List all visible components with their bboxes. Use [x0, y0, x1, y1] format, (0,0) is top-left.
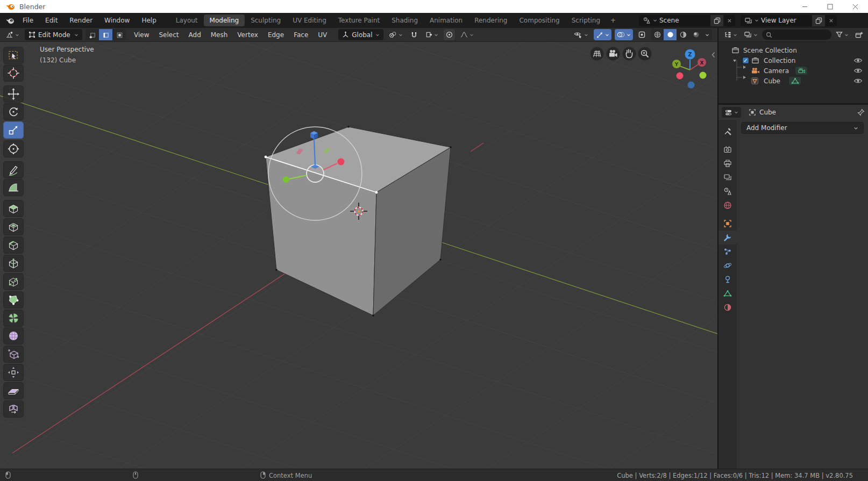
- workspace-tab-compositing[interactable]: Compositing: [513, 15, 565, 26]
- menu-add[interactable]: Add: [184, 30, 206, 40]
- hide-eye-icon[interactable]: [853, 57, 863, 64]
- blender-logo-mono-icon[interactable]: [5, 17, 15, 25]
- mesh-data-icon[interactable]: [788, 76, 801, 85]
- menu-mesh[interactable]: Mesh: [206, 30, 233, 40]
- tool-select-box[interactable]: [3, 47, 24, 64]
- tool-rotate[interactable]: [3, 103, 24, 120]
- properties-editor-type-button[interactable]: [722, 107, 741, 118]
- pan-hand-button[interactable]: [623, 47, 636, 61]
- tool-rip-region[interactable]: [3, 400, 24, 418]
- mode-dropdown[interactable]: Edit Mode: [25, 29, 82, 40]
- properties-tab-render[interactable]: [718, 142, 737, 156]
- navigation-gizmo[interactable]: Z Y X: [672, 49, 707, 89]
- workspace-tab-animation[interactable]: Animation: [424, 15, 468, 26]
- proportional-editing-button[interactable]: [444, 29, 455, 40]
- tool-move[interactable]: [3, 85, 24, 103]
- properties-tab-scene[interactable]: [718, 184, 737, 198]
- tool-measure[interactable]: [3, 179, 24, 196]
- menu-window[interactable]: Window: [98, 15, 136, 26]
- outliner-display-mode-button[interactable]: [742, 29, 760, 40]
- workspace-tab-rendering[interactable]: Rendering: [468, 15, 513, 26]
- scene-selector[interactable]: Scene: [639, 15, 735, 26]
- collapse-panel-icon[interactable]: [711, 52, 716, 58]
- tool-annotate[interactable]: [3, 161, 24, 178]
- tool-shrink-fatten[interactable]: [3, 364, 24, 381]
- snap-toggle-button[interactable]: [408, 29, 420, 40]
- maximize-button[interactable]: [817, 0, 843, 13]
- overlays-dropdown[interactable]: [615, 29, 633, 40]
- tool-inset-faces[interactable]: [3, 218, 24, 235]
- object-visibility-dropdown[interactable]: [572, 29, 590, 40]
- workspace-tab-sculpting[interactable]: Sculpting: [245, 15, 287, 26]
- menu-view[interactable]: View: [129, 30, 154, 40]
- outliner-row-camera[interactable]: Camera: [718, 66, 868, 76]
- new-scene-button[interactable]: [710, 15, 723, 26]
- new-view-layer-button[interactable]: [812, 15, 825, 26]
- menu-face[interactable]: Face: [289, 30, 313, 40]
- outliner-editor-type-button[interactable]: [721, 29, 739, 40]
- view-layer-selector[interactable]: View Layer: [741, 15, 837, 26]
- unlink-scene-button[interactable]: [723, 15, 735, 26]
- tool-scale[interactable]: [3, 121, 24, 139]
- outliner-row-cube[interactable]: Cube: [718, 76, 868, 86]
- add-modifier-dropdown[interactable]: Add Modifier: [741, 122, 864, 134]
- properties-tab-physics[interactable]: [718, 259, 737, 272]
- zoom-button[interactable]: [638, 47, 652, 61]
- shading-rendered-button[interactable]: [689, 29, 702, 40]
- workspace-tab-uv-editing[interactable]: UV Editing: [287, 15, 332, 26]
- snap-settings-dropdown[interactable]: [423, 29, 440, 40]
- properties-tab-tool[interactable]: [718, 124, 737, 138]
- properties-tab-particles[interactable]: [718, 245, 737, 259]
- menu-vertex[interactable]: Vertex: [232, 30, 263, 40]
- shading-solid-button[interactable]: [664, 29, 677, 40]
- vertex-select-button[interactable]: [86, 29, 99, 40]
- face-select-button[interactable]: [112, 29, 126, 40]
- menu-help[interactable]: Help: [136, 15, 162, 26]
- add-workspace-button[interactable]: +: [606, 15, 620, 26]
- remove-view-layer-button[interactable]: [825, 15, 837, 26]
- menu-edit[interactable]: Edit: [39, 15, 63, 26]
- workspace-tab-modeling[interactable]: Modeling: [204, 15, 245, 26]
- viewport-canvas[interactable]: Z Y X: [0, 42, 717, 469]
- menu-select[interactable]: Select: [154, 30, 183, 40]
- properties-tab-object[interactable]: [718, 217, 737, 231]
- menu-file[interactable]: File: [17, 15, 39, 26]
- properties-tab-world[interactable]: [718, 198, 737, 212]
- workspace-tab-shading[interactable]: Shading: [386, 15, 424, 26]
- tool-bevel[interactable]: [3, 236, 24, 254]
- proportional-falloff-dropdown[interactable]: [458, 29, 476, 40]
- tool-edge-slide[interactable]: [3, 346, 24, 363]
- outliner-filter-button[interactable]: [834, 29, 851, 40]
- camera-view-button[interactable]: [607, 47, 620, 61]
- hide-eye-icon[interactable]: [853, 67, 863, 74]
- tool-spin[interactable]: [3, 310, 24, 327]
- workspace-tab-texture-paint[interactable]: Texture Paint: [332, 15, 386, 26]
- transform-orientation-dropdown[interactable]: Global: [338, 29, 383, 40]
- properties-tab-modifiers[interactable]: [718, 231, 737, 245]
- properties-tab-constraints[interactable]: [718, 272, 737, 286]
- toggle-grid-button[interactable]: [590, 47, 604, 61]
- tool-shear[interactable]: [3, 382, 24, 399]
- camera-data-icon[interactable]: [795, 66, 808, 75]
- tool-knife[interactable]: [3, 273, 24, 290]
- tool-extrude-region[interactable]: [3, 200, 24, 217]
- outliner-row-scene-collection[interactable]: Scene Collection: [718, 45, 868, 55]
- tool-transform[interactable]: [3, 140, 24, 157]
- properties-tab-material[interactable]: [718, 300, 737, 314]
- tool-cursor[interactable]: [3, 64, 24, 82]
- pin-icon[interactable]: [857, 109, 865, 116]
- pivot-point-dropdown[interactable]: [387, 29, 405, 40]
- menu-uv[interactable]: UV: [313, 30, 332, 40]
- hide-eye-icon[interactable]: [853, 77, 863, 84]
- new-collection-button[interactable]: [853, 29, 865, 40]
- tool-poly-build[interactable]: [3, 291, 24, 308]
- xray-toggle-button[interactable]: [636, 29, 648, 40]
- tool-loop-cut[interactable]: [3, 255, 24, 272]
- workspace-tab-scripting[interactable]: Scripting: [566, 15, 606, 26]
- close-button[interactable]: [843, 0, 868, 13]
- properties-tab-output[interactable]: [718, 156, 737, 170]
- tool-smooth[interactable]: [3, 327, 24, 344]
- menu-render[interactable]: Render: [63, 15, 98, 26]
- outliner-search-input[interactable]: [762, 30, 831, 40]
- workspace-tab-layout[interactable]: Layout: [170, 15, 204, 26]
